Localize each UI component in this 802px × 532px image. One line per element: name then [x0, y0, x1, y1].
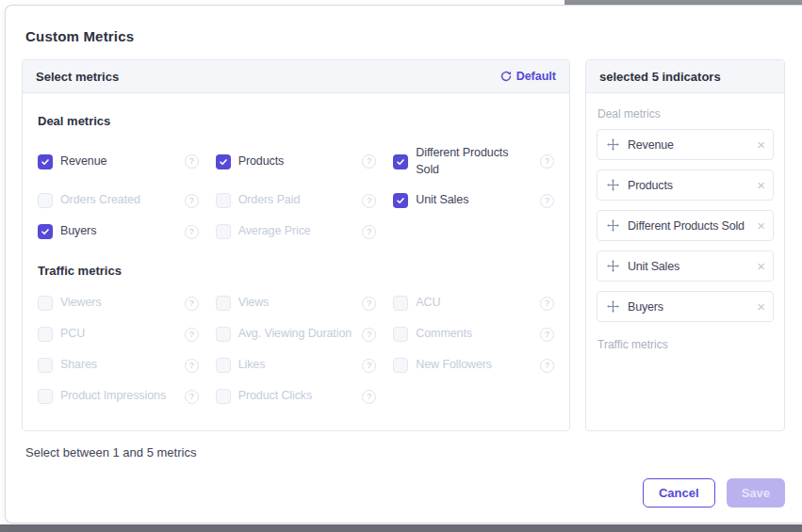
- metric-checkbox-item[interactable]: Avg. Viewing Duration ?: [216, 326, 377, 343]
- close-icon: ×: [757, 177, 765, 193]
- dialog-title: Custom Metrics: [25, 28, 802, 44]
- selected-metric-label: Different Products Sold: [628, 219, 745, 233]
- checkbox[interactable]: [216, 389, 231, 404]
- checkbox[interactable]: [216, 327, 231, 342]
- metric-checkbox-item[interactable]: Orders Paid ?: [216, 192, 377, 209]
- selected-metric-label: Revenue: [628, 138, 674, 152]
- metric-label: Comments: [416, 326, 472, 343]
- check-icon: [396, 196, 405, 205]
- metric-label: Likes: [238, 357, 266, 374]
- drag-handle-icon[interactable]: [607, 179, 619, 191]
- checkbox[interactable]: [393, 358, 408, 373]
- checkbox[interactable]: [216, 296, 231, 311]
- selected-metric-label: Buyers: [628, 300, 663, 314]
- close-icon: ×: [757, 218, 765, 234]
- help-icon[interactable]: ?: [540, 359, 554, 373]
- checkbox[interactable]: [38, 327, 53, 342]
- metric-checkbox-item[interactable]: Shares ?: [38, 357, 199, 374]
- metric-checkbox-item[interactable]: Revenue ?: [38, 145, 199, 178]
- checkbox[interactable]: [216, 154, 231, 169]
- help-icon[interactable]: ?: [362, 328, 376, 342]
- drag-handle-icon[interactable]: [607, 260, 619, 272]
- metric-checkbox-item[interactable]: PCU ?: [38, 326, 199, 343]
- remove-metric-button[interactable]: ×: [757, 259, 765, 274]
- drag-handle-icon[interactable]: [607, 219, 619, 232]
- metric-grid: Revenue ? Products ? Different Products …: [38, 145, 554, 240]
- checkbox[interactable]: [393, 193, 408, 208]
- help-icon[interactable]: ?: [362, 225, 376, 239]
- help-icon[interactable]: ?: [362, 359, 376, 373]
- help-icon[interactable]: ?: [362, 154, 376, 169]
- help-icon[interactable]: ?: [185, 154, 199, 169]
- selected-metric-card: Revenue ×: [597, 129, 774, 160]
- metric-checkbox-item[interactable]: Product Impressions ?: [38, 388, 199, 405]
- metric-checkbox-item[interactable]: Viewers ?: [38, 295, 199, 312]
- drag-handle-icon[interactable]: [607, 300, 619, 313]
- check-icon: [41, 157, 50, 167]
- help-icon[interactable]: ?: [185, 390, 199, 404]
- metric-checkbox-item[interactable]: Views ?: [216, 295, 377, 312]
- selected-metric-label: Unit Sales: [628, 260, 679, 273]
- selected-indicators-header: selected 5 indicators: [586, 60, 784, 93]
- help-icon[interactable]: ?: [185, 194, 199, 208]
- metric-checkbox-item[interactable]: Unit Sales ?: [393, 192, 554, 209]
- help-icon[interactable]: ?: [362, 297, 376, 311]
- metric-label: Product Clicks: [238, 388, 312, 405]
- metric-checkbox-item[interactable]: Average Price ?: [216, 223, 377, 240]
- checkbox[interactable]: [216, 193, 231, 208]
- metric-checkbox-item[interactable]: Buyers ?: [38, 223, 199, 240]
- cancel-button[interactable]: Cancel: [643, 478, 715, 508]
- help-icon[interactable]: ?: [185, 225, 199, 239]
- default-button[interactable]: Default: [500, 70, 556, 83]
- help-icon[interactable]: ?: [540, 297, 554, 311]
- help-icon[interactable]: ?: [540, 154, 554, 169]
- remove-metric-button[interactable]: ×: [757, 218, 765, 234]
- checkbox[interactable]: [38, 154, 53, 169]
- custom-metrics-dialog: Custom Metrics Select metrics Default De…: [5, 5, 802, 524]
- help-icon[interactable]: ?: [362, 390, 376, 404]
- checkbox[interactable]: [38, 224, 53, 239]
- check-icon: [219, 157, 228, 167]
- metric-checkbox-item[interactable]: Orders Created ?: [38, 192, 199, 209]
- drag-handle-icon[interactable]: [607, 138, 619, 151]
- background-bottom-bar: [0, 524, 802, 532]
- help-icon[interactable]: ?: [185, 359, 199, 373]
- checkbox[interactable]: [216, 224, 231, 239]
- checkbox[interactable]: [38, 193, 53, 208]
- metric-checkbox-item[interactable]: Comments ?: [393, 326, 554, 343]
- remove-metric-button[interactable]: ×: [757, 137, 765, 153]
- metric-label: Revenue: [60, 153, 106, 170]
- help-icon[interactable]: ?: [185, 328, 199, 342]
- checkbox[interactable]: [393, 296, 408, 311]
- help-icon[interactable]: ?: [540, 328, 554, 342]
- save-button[interactable]: Save: [727, 478, 785, 508]
- metric-label: PCU: [60, 326, 85, 343]
- default-button-label: Default: [516, 70, 556, 83]
- metric-label: New Followers: [416, 357, 492, 374]
- selected-metric-card: Different Products Sold ×: [597, 210, 774, 241]
- metric-checkbox-item[interactable]: ACU ?: [393, 295, 554, 312]
- dialog-actions: Cancel Save: [643, 478, 785, 508]
- selected-metric-card: Unit Sales ×: [597, 250, 774, 282]
- checkbox[interactable]: [38, 296, 53, 311]
- checkbox[interactable]: [38, 358, 53, 373]
- metric-checkbox-item[interactable]: Likes ?: [216, 357, 377, 374]
- help-icon[interactable]: ?: [540, 194, 554, 208]
- metric-group-title: Deal metrics: [38, 114, 554, 128]
- help-icon[interactable]: ?: [362, 194, 376, 208]
- checkbox[interactable]: [216, 358, 231, 373]
- checkbox[interactable]: [393, 327, 408, 342]
- remove-metric-button[interactable]: ×: [757, 178, 765, 193]
- metric-checkbox-item[interactable]: Product Clicks ?: [216, 388, 377, 405]
- remove-metric-button[interactable]: ×: [757, 299, 765, 314]
- metric-checkbox-item[interactable]: Products ?: [216, 145, 377, 178]
- checkbox[interactable]: [38, 389, 53, 404]
- checkbox[interactable]: [393, 154, 408, 169]
- metric-checkbox-item[interactable]: Different Products Sold ?: [393, 145, 554, 178]
- selected-metric-card: Buyers ×: [597, 291, 774, 322]
- metric-checkbox-item[interactable]: New Followers ?: [393, 357, 554, 374]
- select-metrics-panel-title: Select metrics: [36, 70, 119, 84]
- metric-label: Shares: [60, 357, 97, 374]
- help-icon[interactable]: ?: [185, 297, 199, 311]
- panels-container: Select metrics Default Deal metrics Reve…: [22, 59, 785, 431]
